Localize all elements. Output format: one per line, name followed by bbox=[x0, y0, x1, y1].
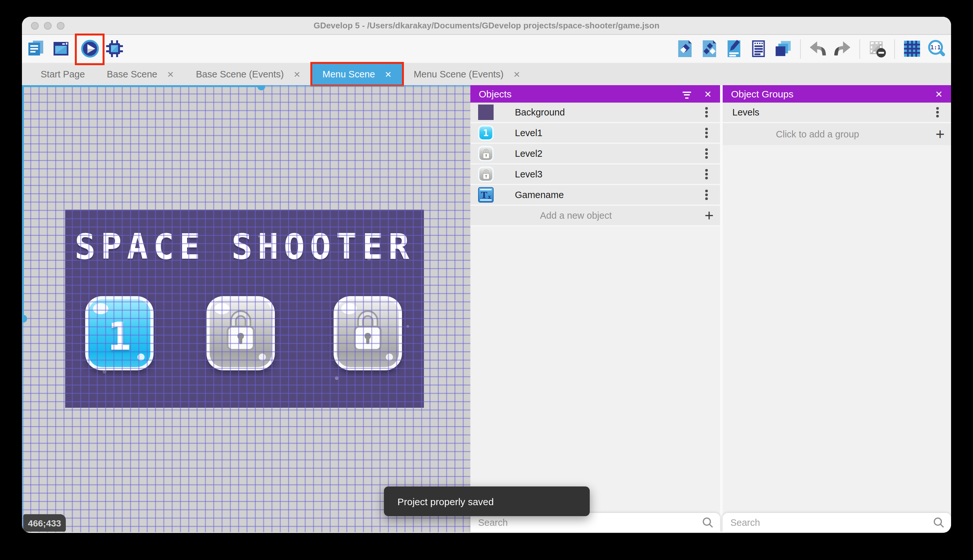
window-title: GDevelop 5 - /Users/dkarakay/Documents/G… bbox=[22, 17, 951, 35]
zoom-reset-button[interactable]: 1:1 bbox=[927, 39, 946, 58]
object-row-level1[interactable]: 1 Level1 bbox=[470, 123, 720, 144]
level1-button-instance[interactable]: 1 bbox=[85, 296, 153, 370]
object-thumbnail bbox=[478, 105, 493, 120]
filter-icon[interactable] bbox=[681, 89, 692, 99]
object-name: Level3 bbox=[515, 169, 542, 179]
object-row-level2[interactable]: Level2 bbox=[470, 144, 720, 165]
vertical-scrollbar-track[interactable] bbox=[22, 85, 24, 318]
object-row-background[interactable]: Background bbox=[470, 103, 720, 123]
svg-text:1:1: 1:1 bbox=[930, 44, 941, 51]
object-row-level3[interactable]: Level3 bbox=[470, 165, 720, 185]
grid-icon bbox=[903, 39, 921, 58]
kebab-menu-icon[interactable] bbox=[701, 168, 712, 181]
object-groups-panel-header: Object Groups ✕ bbox=[723, 85, 951, 103]
open-layers-editor-button[interactable] bbox=[774, 39, 792, 58]
open-properties-button[interactable] bbox=[725, 39, 743, 58]
close-icon[interactable]: ✕ bbox=[935, 85, 943, 103]
horizontal-scrollbar-track[interactable] bbox=[22, 85, 261, 87]
objects-editor-icon bbox=[676, 39, 694, 58]
window-minimize-button[interactable] bbox=[44, 22, 52, 30]
scene-window-icon bbox=[52, 39, 70, 58]
vertical-scrollbar-track[interactable] bbox=[22, 318, 24, 532]
scene-game-title-text[interactable]: SPACE SHOOTER bbox=[65, 227, 424, 267]
screenshot: GDevelop 5 - /Users/dkarakay/Documents/G… bbox=[0, 0, 973, 560]
main-area: SPACE SHOOTER 1 bbox=[22, 85, 951, 532]
window-close-button[interactable] bbox=[31, 22, 39, 30]
plus-icon[interactable]: + bbox=[705, 208, 714, 223]
object-name: Gamename bbox=[515, 190, 564, 200]
debug-icon bbox=[105, 39, 124, 58]
object-groups-search-input[interactable] bbox=[723, 513, 928, 532]
object-name: Level2 bbox=[515, 148, 542, 159]
kebab-menu-icon[interactable] bbox=[932, 106, 943, 119]
object-groups-panel: Object Groups ✕ Levels Click to add a gr… bbox=[723, 85, 951, 532]
level2-button-instance[interactable] bbox=[207, 296, 275, 370]
tab-menu-scene-events[interactable]: Menu Scene (Events) ✕ bbox=[403, 63, 531, 85]
add-group-row[interactable]: Click to add a group + bbox=[723, 123, 951, 145]
preview-window-button[interactable] bbox=[52, 39, 70, 58]
level3-button-instance[interactable] bbox=[333, 296, 402, 370]
horizontal-scrollbar-track[interactable] bbox=[261, 85, 470, 87]
tab-base-scene[interactable]: Base Scene ✕ bbox=[96, 63, 185, 85]
editor-tabs: Start Page Base Scene ✕ Base Scene (Even… bbox=[22, 63, 951, 85]
object-name: Background bbox=[515, 107, 565, 117]
tab-label: Base Scene (Events) bbox=[196, 69, 283, 79]
kebab-menu-icon[interactable] bbox=[701, 106, 712, 119]
kebab-menu-icon[interactable] bbox=[701, 188, 712, 201]
kebab-menu-icon[interactable] bbox=[701, 147, 712, 160]
tab-close-icon[interactable]: ✕ bbox=[385, 69, 392, 79]
scene-stars bbox=[65, 210, 67, 211]
object-thumbnail bbox=[478, 146, 493, 161]
open-instances-list-button[interactable] bbox=[749, 39, 768, 58]
vertical-scrollbar-thumb[interactable] bbox=[22, 315, 27, 323]
tab-menu-scene[interactable]: Menu Scene ✕ bbox=[312, 63, 403, 85]
play-preview-button[interactable] bbox=[81, 39, 99, 58]
save-toast: Project properly saved bbox=[384, 487, 590, 516]
window-zoom-button[interactable] bbox=[57, 22, 65, 30]
tab-close-icon[interactable]: ✕ bbox=[293, 69, 301, 79]
kebab-menu-icon[interactable] bbox=[701, 127, 712, 139]
redo-button[interactable] bbox=[833, 39, 852, 58]
scene-background-instance[interactable]: SPACE SHOOTER 1 bbox=[65, 210, 424, 408]
window-controls bbox=[31, 22, 65, 30]
debugger-button[interactable] bbox=[105, 39, 124, 58]
open-objects-editor-button[interactable] bbox=[676, 39, 694, 58]
horizontal-scrollbar-thumb[interactable] bbox=[257, 85, 265, 90]
group-row-levels[interactable]: Levels bbox=[723, 103, 951, 123]
panel-divider[interactable] bbox=[720, 85, 723, 532]
toolbar-separator bbox=[894, 39, 895, 58]
zoom-one-to-one-icon: 1:1 bbox=[927, 39, 946, 58]
toggle-instances-mask-button[interactable] bbox=[868, 39, 886, 58]
toolbar-separator bbox=[800, 39, 801, 58]
tab-base-scene-events[interactable]: Base Scene (Events) ✕ bbox=[185, 63, 311, 85]
object-name: Level1 bbox=[515, 128, 542, 138]
object-groups-editor-icon bbox=[700, 39, 719, 58]
scene-editor-canvas[interactable]: SPACE SHOOTER 1 bbox=[22, 85, 470, 532]
tab-label: Menu Scene (Events) bbox=[413, 69, 503, 79]
objects-panel-header: Objects ✕ bbox=[470, 85, 720, 103]
add-object-label: Add a new object bbox=[470, 210, 681, 221]
tab-label: Menu Scene bbox=[323, 69, 375, 79]
tab-close-icon[interactable]: ✕ bbox=[513, 69, 520, 79]
plus-icon[interactable]: + bbox=[936, 127, 945, 142]
object-row-gamename[interactable]: Tx Gamename bbox=[470, 185, 720, 206]
search-icon bbox=[702, 517, 714, 528]
titlebar: GDevelop 5 - /Users/dkarakay/Documents/G… bbox=[22, 17, 951, 35]
tab-close-icon[interactable]: ✕ bbox=[167, 69, 174, 79]
tab-label: Base Scene bbox=[107, 69, 157, 79]
group-name: Levels bbox=[732, 107, 760, 117]
toast-message: Project properly saved bbox=[397, 496, 494, 507]
close-icon[interactable]: ✕ bbox=[704, 85, 712, 103]
object-groups-panel-title: Object Groups bbox=[731, 88, 951, 99]
undo-button[interactable] bbox=[808, 39, 827, 58]
object-thumbnail: 1 bbox=[478, 125, 493, 141]
gdevelop-window: GDevelop 5 - /Users/dkarakay/Documents/G… bbox=[22, 17, 951, 533]
project-manager-button[interactable] bbox=[27, 39, 45, 58]
objects-panel: Objects ✕ Background 1 Level1 bbox=[470, 85, 720, 532]
open-object-groups-editor-button[interactable] bbox=[700, 39, 719, 58]
tab-start-page[interactable]: Start Page bbox=[30, 63, 96, 85]
add-object-row[interactable]: Add a new object + bbox=[470, 206, 720, 227]
scene-toolbar-icons: 1:1 bbox=[676, 35, 946, 63]
toggle-grid-button[interactable] bbox=[903, 39, 921, 58]
gloss-highlight bbox=[259, 353, 266, 361]
